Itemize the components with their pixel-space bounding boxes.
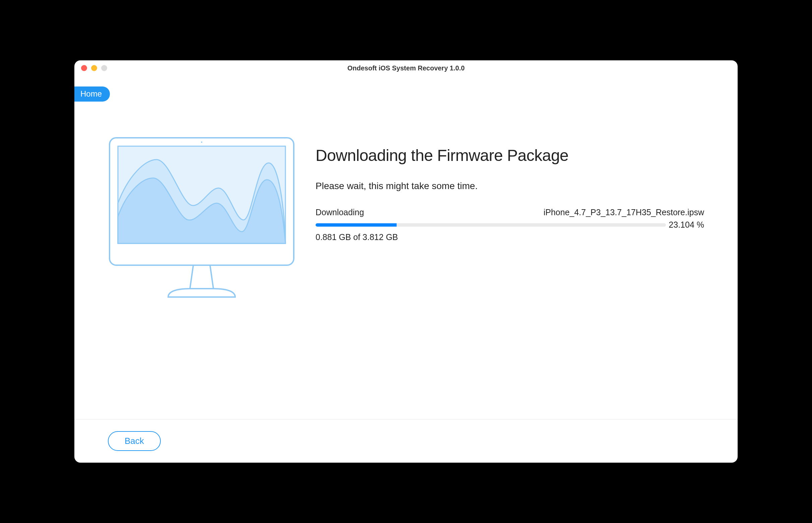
- back-button[interactable]: Back: [108, 431, 161, 451]
- maximize-window-icon[interactable]: [101, 65, 107, 71]
- titlebar: Ondesoft iOS System Recovery 1.0.0: [74, 60, 738, 76]
- minimize-window-icon[interactable]: [91, 65, 97, 71]
- main-content: Downloading the Firmware Package Please …: [74, 76, 738, 301]
- footer: Back: [74, 419, 738, 463]
- progress-fill: [316, 223, 397, 227]
- progress-row: 23.104 %: [316, 220, 704, 230]
- page-heading: Downloading the Firmware Package: [316, 146, 704, 165]
- download-status-label: Downloading: [316, 208, 364, 217]
- monitor-icon: [108, 136, 296, 301]
- download-size: 0.881 GB of 3.812 GB: [316, 232, 704, 242]
- back-button-label: Back: [125, 436, 144, 446]
- breadcrumb-label: Home: [80, 89, 102, 98]
- window-title: Ondesoft iOS System Recovery 1.0.0: [347, 65, 465, 72]
- traffic-lights: [81, 65, 107, 71]
- download-content: Downloading the Firmware Package Please …: [316, 136, 704, 301]
- monitor-illustration: [108, 136, 296, 301]
- page-subtext: Please wait, this might take some time.: [316, 181, 704, 192]
- svg-point-2: [201, 142, 202, 143]
- close-window-icon[interactable]: [81, 65, 87, 71]
- progress-bar: [316, 223, 666, 227]
- progress-percent: 23.104 %: [668, 220, 704, 230]
- app-window: Ondesoft iOS System Recovery 1.0.0 Home: [74, 60, 738, 463]
- breadcrumb-home[interactable]: Home: [74, 87, 110, 102]
- download-filename: iPhone_4.7_P3_13.7_17H35_Restore.ipsw: [543, 208, 704, 217]
- download-info-row: Downloading iPhone_4.7_P3_13.7_17H35_Res…: [316, 208, 704, 217]
